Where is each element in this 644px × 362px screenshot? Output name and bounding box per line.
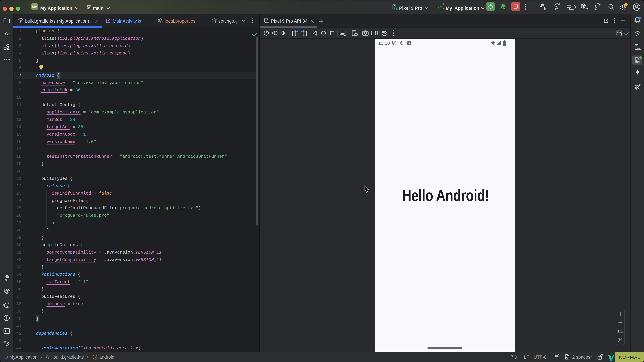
svg-text:A: A (408, 42, 410, 44)
svg-text:λ: λ (94, 356, 96, 359)
